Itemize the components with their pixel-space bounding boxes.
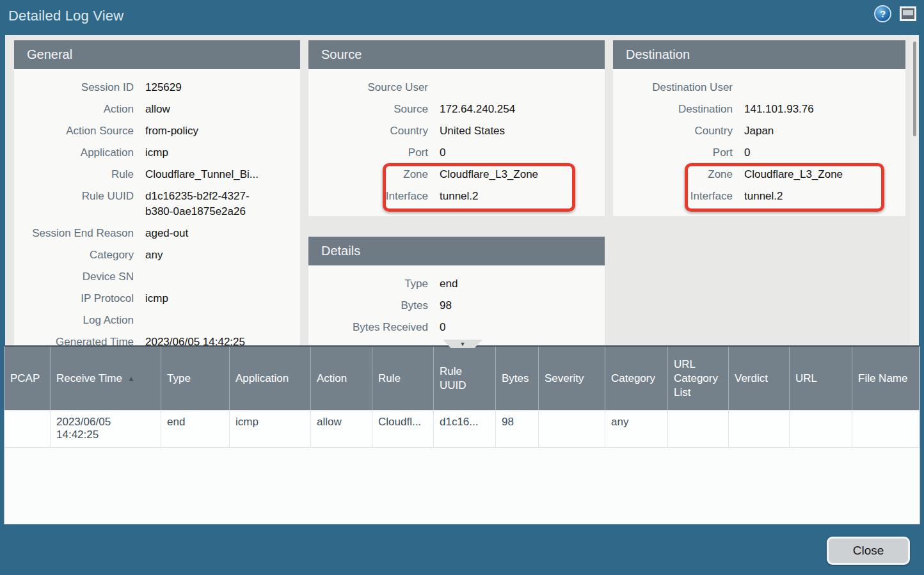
column-header-pcap[interactable]: PCAP [4, 347, 51, 410]
table-row[interactable]: 2023/06/05 14:42:25 end icmp allow Cloud… [4, 411, 920, 448]
field-label: Destination User [613, 80, 744, 95]
column-label: File Name [858, 372, 907, 386]
cell-severity [539, 411, 605, 447]
cell-type: end [161, 411, 230, 447]
source-panel-header: Source [308, 40, 605, 69]
field-value: United States [440, 123, 600, 139]
cell-bytes: 98 [496, 411, 539, 447]
column-header-url[interactable]: URL [790, 347, 852, 410]
column-header-rule-uuid[interactable]: Rule UUID [434, 347, 496, 410]
log-table: PCAP Receive Time▲ Type Application Acti… [4, 345, 920, 524]
field-row: Generated Time 2023/06/05 14:42:25 [14, 331, 295, 345]
field-row: Bytes 98 [308, 295, 600, 317]
field-label: Session ID [14, 80, 145, 95]
chevron-down-icon: ▼ [460, 341, 466, 347]
field-value: 0 [440, 320, 600, 335]
scrollbar-thumb[interactable] [913, 42, 916, 136]
field-row: Destination User [613, 77, 900, 98]
help-icon[interactable]: ? [874, 5, 891, 22]
field-label: Session End Reason [14, 226, 145, 241]
cell-receive-time: 2023/06/05 14:42:25 [51, 411, 161, 447]
destination-panel: Destination Destination User Destination… [613, 40, 905, 345]
field-value: any [145, 248, 277, 263]
column-label: URL [795, 372, 817, 386]
cell-verdict [729, 411, 790, 447]
field-value: Cloudflare_L3_Zone [744, 167, 900, 182]
field-value: 98 [440, 298, 600, 313]
scrollbar-track[interactable] [910, 35, 919, 345]
field-row: Device SN [14, 266, 295, 288]
page-title: Detailed Log View [8, 8, 123, 24]
cell-url [790, 411, 852, 447]
column-label: Severity [545, 372, 584, 386]
column-label: Bytes [502, 372, 529, 386]
field-value: icmp [145, 291, 277, 306]
column-header-application[interactable]: Application [230, 347, 311, 410]
column-header-type[interactable]: Type [161, 347, 230, 410]
field-row: Destination 141.101.93.76 [613, 98, 900, 120]
source-panel: Source Source User Source 172.64.240.254 [308, 40, 605, 216]
field-value: 2023/06/05 14:42:25 [145, 335, 277, 345]
field-label: Bytes [308, 298, 440, 313]
column-label: Action [317, 372, 347, 386]
field-value: 0 [440, 145, 600, 161]
window-icon[interactable] [900, 6, 916, 21]
field-value: 0 [744, 145, 900, 161]
field-value [744, 80, 900, 95]
column-label: Receive Time [56, 372, 122, 386]
field-row: Bytes Received 0 [308, 317, 600, 338]
field-row: Interface tunnel.2 [308, 185, 600, 207]
field-label: Type [308, 276, 440, 292]
field-value: aged-out [145, 226, 277, 241]
field-row: Interface tunnel.2 [613, 185, 900, 207]
column-label: Category [611, 372, 655, 386]
column-header-url-category-list[interactable]: URL Category List [668, 347, 729, 410]
field-value: 141.101.93.76 [744, 102, 900, 117]
column-header-category[interactable]: Category [605, 347, 668, 410]
field-label: Source User [308, 80, 440, 95]
field-row: Country United States [308, 120, 600, 142]
column-header-bytes[interactable]: Bytes [496, 347, 539, 410]
field-label: Port [308, 145, 440, 161]
panel-columns: General Session ID 125629 Action allow A… [5, 35, 919, 345]
field-row: Rule Cloudflare_Tunnel_Bi... [14, 164, 295, 185]
column-header-verdict[interactable]: Verdict [729, 347, 790, 410]
field-label: Rule UUID [14, 189, 145, 219]
general-panel: General Session ID 125629 Action allow A… [14, 40, 300, 345]
column-label: Rule [378, 372, 401, 386]
field-label: Country [613, 123, 744, 139]
field-row: Session End Reason aged-out [14, 223, 295, 244]
field-value: d1c16235-b2f2-4327-b380-0ae1875e2a26 [145, 189, 277, 219]
cell-category: any [605, 411, 668, 447]
column-label: Rule UUID [440, 365, 490, 393]
field-row: Port 0 [308, 142, 600, 164]
cell-rule-uuid: d1c16... [434, 411, 496, 447]
middle-column: Source Source User Source 172.64.240.254 [308, 40, 605, 345]
close-button[interactable]: Close [827, 537, 910, 565]
field-label: Interface [613, 189, 744, 204]
field-value: Japan [744, 123, 900, 139]
log-detail-section: General Session ID 125629 Action allow A… [5, 35, 919, 345]
column-header-file-name[interactable]: File Name [852, 347, 920, 410]
window-icon-inner [903, 10, 913, 15]
column-header-action[interactable]: Action [311, 347, 372, 410]
column-label: PCAP [10, 372, 40, 386]
field-label: Zone [308, 167, 440, 182]
field-label: Log Action [14, 313, 145, 328]
field-label: Bytes Received [308, 320, 440, 335]
column-header-receive-time[interactable]: Receive Time▲ [51, 347, 161, 410]
source-panel-body: Source User Source 172.64.240.254 Countr… [308, 69, 605, 216]
cell-application: icmp [230, 411, 311, 447]
column-header-rule[interactable]: Rule [372, 347, 434, 410]
details-panel-body: Type end Bytes 98 Bytes Received 0 [308, 265, 605, 345]
sort-ascending-icon: ▲ [127, 372, 135, 386]
field-label: Action Source [14, 123, 145, 139]
field-row: Action allow [14, 98, 295, 120]
field-row: Action Source from-policy [14, 120, 295, 142]
field-value: from-policy [145, 123, 277, 139]
dialog-titlebar: Detailed Log View ? [0, 0, 924, 35]
column-header-severity[interactable]: Severity [539, 347, 605, 410]
field-label: Zone [613, 167, 744, 182]
field-label: Interface [308, 189, 440, 204]
field-value: Cloudflare_Tunnel_Bi... [145, 167, 277, 182]
